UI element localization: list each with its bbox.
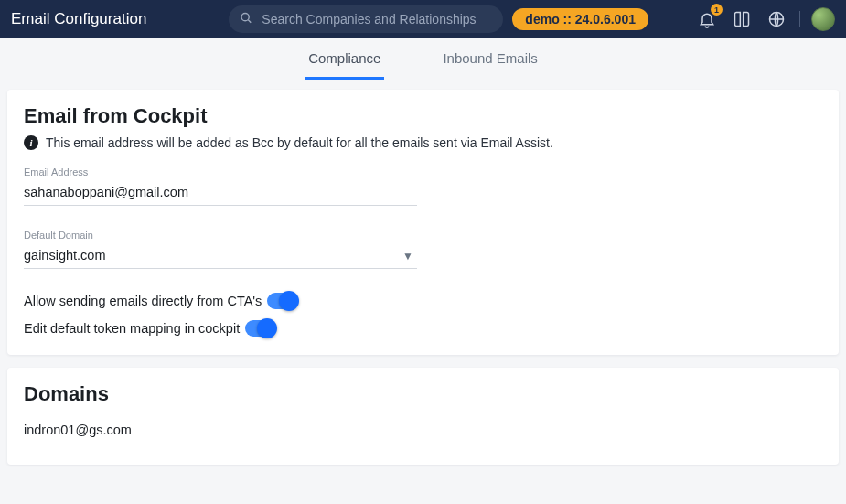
docs-button[interactable] (730, 7, 754, 31)
default-domain-label: Default Domain (24, 230, 417, 241)
domain-item[interactable]: indron01@gs.com (24, 413, 822, 446)
book-icon (733, 10, 751, 28)
default-domain-select[interactable] (24, 244, 417, 269)
search-input[interactable] (229, 5, 503, 33)
tabs: Compliance Inbound Emails (0, 38, 846, 80)
cockpit-info-text: This email address will be added as Bcc … (46, 135, 553, 150)
allow-cta-toggle[interactable] (267, 293, 298, 309)
svg-line-1 (249, 20, 252, 23)
avatar[interactable] (811, 7, 835, 31)
email-address-input[interactable] (24, 181, 417, 206)
globe-icon (767, 10, 786, 28)
search-wrap (229, 5, 503, 33)
domains-heading: Domains (24, 382, 822, 406)
environment-pill[interactable]: demo :: 24.0.6.001 (510, 6, 650, 32)
search-icon (240, 12, 252, 27)
email-from-cockpit-card: Email from Cockpit i This email address … (7, 90, 839, 355)
email-address-field: Email Address (24, 166, 417, 206)
domains-card: Domains indron01@gs.com (7, 368, 839, 465)
default-domain-field: Default Domain ▼ (24, 230, 417, 269)
help-button[interactable] (765, 7, 788, 31)
top-bar: Email Configuration demo :: 24.0.6.001 1 (0, 0, 846, 38)
notifications-button[interactable]: 1 (695, 7, 719, 31)
email-address-label: Email Address (24, 166, 417, 177)
cockpit-info: i This email address will be added as Bc… (24, 135, 822, 150)
info-icon: i (24, 135, 38, 150)
allow-cta-label: Allow sending emails directly from CTA's (24, 294, 262, 308)
svg-point-0 (241, 14, 249, 21)
edit-token-label: Edit default token mapping in cockpit (24, 321, 240, 336)
cockpit-heading: Email from Cockpit (24, 104, 822, 128)
content: Email from Cockpit i This email address … (0, 80, 846, 487)
edit-token-row: Edit default token mapping in cockpit (24, 320, 822, 337)
page-title: Email Configuration (11, 10, 146, 28)
notification-badge: 1 (711, 4, 723, 16)
edit-token-toggle[interactable] (245, 320, 276, 337)
tab-inbound-emails[interactable]: Inbound Emails (439, 38, 541, 80)
topbar-divider (799, 11, 800, 27)
allow-cta-row: Allow sending emails directly from CTA's (24, 293, 822, 309)
tab-compliance[interactable]: Compliance (305, 38, 384, 80)
